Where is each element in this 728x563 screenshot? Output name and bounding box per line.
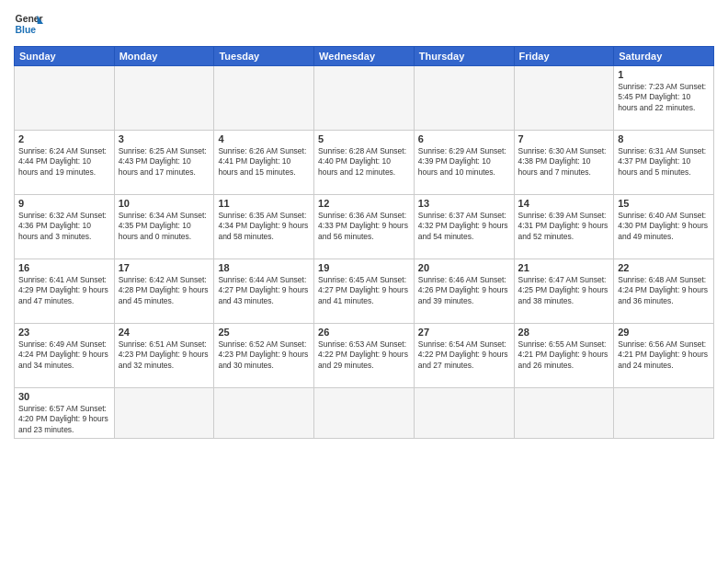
day-info: Sunrise: 6:32 AM Sunset: 4:36 PM Dayligh… bbox=[18, 211, 110, 242]
week-row-6: 30Sunrise: 6:57 AM Sunset: 4:20 PM Dayli… bbox=[15, 388, 714, 439]
day-number: 18 bbox=[218, 262, 310, 273]
col-header-thursday: Thursday bbox=[414, 47, 514, 66]
day-info: Sunrise: 6:52 AM Sunset: 4:23 PM Dayligh… bbox=[218, 339, 310, 371]
col-header-friday: Friday bbox=[514, 47, 614, 66]
day-number: 12 bbox=[318, 198, 410, 209]
calendar-cell: 19Sunrise: 6:45 AM Sunset: 4:27 PM Dayli… bbox=[314, 259, 415, 324]
calendar-cell: 28Sunrise: 6:55 AM Sunset: 4:21 PM Dayli… bbox=[514, 324, 614, 388]
day-info: Sunrise: 6:53 AM Sunset: 4:22 PM Dayligh… bbox=[318, 339, 410, 371]
col-header-saturday: Saturday bbox=[614, 47, 714, 66]
calendar-cell bbox=[15, 66, 115, 131]
day-info: Sunrise: 6:45 AM Sunset: 4:27 PM Dayligh… bbox=[318, 275, 410, 306]
calendar-cell: 1Sunrise: 7:23 AM Sunset: 5:45 PM Daylig… bbox=[614, 66, 714, 131]
calendar-cell: 30Sunrise: 6:57 AM Sunset: 4:20 PM Dayli… bbox=[15, 388, 115, 439]
day-number: 19 bbox=[318, 262, 410, 273]
day-number: 7 bbox=[518, 133, 610, 144]
calendar-cell bbox=[414, 66, 514, 131]
calendar-cell: 26Sunrise: 6:53 AM Sunset: 4:22 PM Dayli… bbox=[314, 324, 415, 388]
calendar-cell: 17Sunrise: 6:42 AM Sunset: 4:28 PM Dayli… bbox=[114, 259, 214, 324]
calendar-cell bbox=[514, 388, 614, 439]
calendar-header-row: SundayMondayTuesdayWednesdayThursdayFrid… bbox=[15, 47, 714, 66]
day-info: Sunrise: 6:35 AM Sunset: 4:34 PM Dayligh… bbox=[218, 211, 310, 242]
calendar-cell: 11Sunrise: 6:35 AM Sunset: 4:34 PM Dayli… bbox=[214, 195, 314, 259]
calendar-cell bbox=[114, 66, 214, 131]
day-number: 13 bbox=[418, 198, 510, 209]
day-number: 23 bbox=[18, 327, 110, 338]
calendar-cell: 7Sunrise: 6:30 AM Sunset: 4:38 PM Daylig… bbox=[514, 131, 614, 195]
day-number: 20 bbox=[418, 262, 510, 273]
day-number: 21 bbox=[518, 262, 610, 273]
calendar-cell: 6Sunrise: 6:29 AM Sunset: 4:39 PM Daylig… bbox=[414, 131, 514, 195]
calendar-cell: 24Sunrise: 6:51 AM Sunset: 4:23 PM Dayli… bbox=[114, 324, 214, 388]
day-info: Sunrise: 6:41 AM Sunset: 4:29 PM Dayligh… bbox=[18, 275, 110, 306]
calendar-cell bbox=[514, 66, 614, 131]
day-info: Sunrise: 6:44 AM Sunset: 4:27 PM Dayligh… bbox=[218, 275, 310, 306]
calendar-cell bbox=[114, 388, 214, 439]
week-row-4: 16Sunrise: 6:41 AM Sunset: 4:29 PM Dayli… bbox=[15, 259, 714, 324]
calendar-cell bbox=[214, 388, 314, 439]
header: General Blue bbox=[14, 9, 714, 39]
week-row-5: 23Sunrise: 6:49 AM Sunset: 4:24 PM Dayli… bbox=[15, 324, 714, 388]
day-info: Sunrise: 6:54 AM Sunset: 4:22 PM Dayligh… bbox=[418, 339, 510, 371]
day-number: 9 bbox=[18, 198, 110, 209]
day-info: Sunrise: 6:48 AM Sunset: 4:24 PM Dayligh… bbox=[618, 275, 710, 306]
svg-text:Blue: Blue bbox=[16, 25, 37, 35]
calendar-cell: 10Sunrise: 6:34 AM Sunset: 4:35 PM Dayli… bbox=[114, 195, 214, 259]
day-info: Sunrise: 6:40 AM Sunset: 4:30 PM Dayligh… bbox=[618, 211, 710, 242]
day-info: Sunrise: 6:49 AM Sunset: 4:24 PM Dayligh… bbox=[18, 339, 110, 371]
day-info: Sunrise: 6:34 AM Sunset: 4:35 PM Dayligh… bbox=[119, 211, 210, 242]
calendar-cell bbox=[414, 388, 514, 439]
calendar-cell: 29Sunrise: 6:56 AM Sunset: 4:21 PM Dayli… bbox=[614, 324, 714, 388]
day-number: 5 bbox=[318, 133, 410, 144]
calendar-cell: 3Sunrise: 6:25 AM Sunset: 4:43 PM Daylig… bbox=[114, 131, 214, 195]
day-number: 30 bbox=[18, 391, 110, 402]
generalblue-logo-icon: General Blue bbox=[14, 9, 43, 39]
day-info: Sunrise: 6:29 AM Sunset: 4:39 PM Dayligh… bbox=[418, 146, 510, 178]
day-info: Sunrise: 6:24 AM Sunset: 4:44 PM Dayligh… bbox=[18, 146, 110, 178]
calendar-cell: 16Sunrise: 6:41 AM Sunset: 4:29 PM Dayli… bbox=[15, 259, 115, 324]
calendar-cell: 18Sunrise: 6:44 AM Sunset: 4:27 PM Dayli… bbox=[214, 259, 314, 324]
day-info: Sunrise: 6:46 AM Sunset: 4:26 PM Dayligh… bbox=[418, 275, 510, 306]
col-header-wednesday: Wednesday bbox=[314, 47, 415, 66]
day-info: Sunrise: 6:57 AM Sunset: 4:20 PM Dayligh… bbox=[18, 404, 110, 435]
day-number: 11 bbox=[218, 198, 310, 209]
day-info: Sunrise: 6:26 AM Sunset: 4:41 PM Dayligh… bbox=[218, 146, 310, 178]
calendar-cell: 25Sunrise: 6:52 AM Sunset: 4:23 PM Dayli… bbox=[214, 324, 314, 388]
day-info: Sunrise: 6:42 AM Sunset: 4:28 PM Dayligh… bbox=[119, 275, 210, 306]
calendar-cell: 9Sunrise: 6:32 AM Sunset: 4:36 PM Daylig… bbox=[15, 195, 115, 259]
day-info: Sunrise: 6:51 AM Sunset: 4:23 PM Dayligh… bbox=[119, 339, 210, 371]
day-info: Sunrise: 6:25 AM Sunset: 4:43 PM Dayligh… bbox=[119, 146, 210, 178]
calendar-cell: 27Sunrise: 6:54 AM Sunset: 4:22 PM Dayli… bbox=[414, 324, 514, 388]
day-info: Sunrise: 7:23 AM Sunset: 5:45 PM Dayligh… bbox=[618, 82, 710, 113]
day-number: 17 bbox=[119, 262, 210, 273]
calendar-cell: 5Sunrise: 6:28 AM Sunset: 4:40 PM Daylig… bbox=[314, 131, 415, 195]
col-header-tuesday: Tuesday bbox=[214, 47, 314, 66]
day-info: Sunrise: 6:30 AM Sunset: 4:38 PM Dayligh… bbox=[518, 146, 610, 178]
day-info: Sunrise: 6:47 AM Sunset: 4:25 PM Dayligh… bbox=[518, 275, 610, 306]
day-number: 16 bbox=[18, 262, 110, 273]
day-info: Sunrise: 6:36 AM Sunset: 4:33 PM Dayligh… bbox=[318, 211, 410, 242]
calendar-cell: 8Sunrise: 6:31 AM Sunset: 4:37 PM Daylig… bbox=[614, 131, 714, 195]
day-number: 2 bbox=[18, 133, 110, 144]
day-number: 3 bbox=[119, 133, 210, 144]
day-info: Sunrise: 6:28 AM Sunset: 4:40 PM Dayligh… bbox=[318, 146, 410, 178]
calendar-cell bbox=[614, 388, 714, 439]
week-row-1: 1Sunrise: 7:23 AM Sunset: 5:45 PM Daylig… bbox=[15, 66, 714, 131]
calendar-cell: 2Sunrise: 6:24 AM Sunset: 4:44 PM Daylig… bbox=[15, 131, 115, 195]
calendar-table: SundayMondayTuesdayWednesdayThursdayFrid… bbox=[14, 46, 714, 439]
calendar-cell bbox=[314, 388, 415, 439]
day-number: 14 bbox=[518, 198, 610, 209]
day-number: 24 bbox=[119, 327, 210, 338]
day-number: 26 bbox=[318, 327, 410, 338]
calendar-cell bbox=[314, 66, 415, 131]
calendar-cell: 23Sunrise: 6:49 AM Sunset: 4:24 PM Dayli… bbox=[15, 324, 115, 388]
day-number: 8 bbox=[618, 133, 710, 144]
col-header-sunday: Sunday bbox=[15, 47, 115, 66]
day-info: Sunrise: 6:55 AM Sunset: 4:21 PM Dayligh… bbox=[518, 339, 610, 371]
page: General Blue SundayMondayTuesdayWednesda… bbox=[0, 0, 728, 563]
day-info: Sunrise: 6:56 AM Sunset: 4:21 PM Dayligh… bbox=[618, 339, 710, 371]
calendar-cell: 13Sunrise: 6:37 AM Sunset: 4:32 PM Dayli… bbox=[414, 195, 514, 259]
calendar-cell: 22Sunrise: 6:48 AM Sunset: 4:24 PM Dayli… bbox=[614, 259, 714, 324]
calendar-cell bbox=[214, 66, 314, 131]
logo: General Blue bbox=[14, 9, 43, 39]
